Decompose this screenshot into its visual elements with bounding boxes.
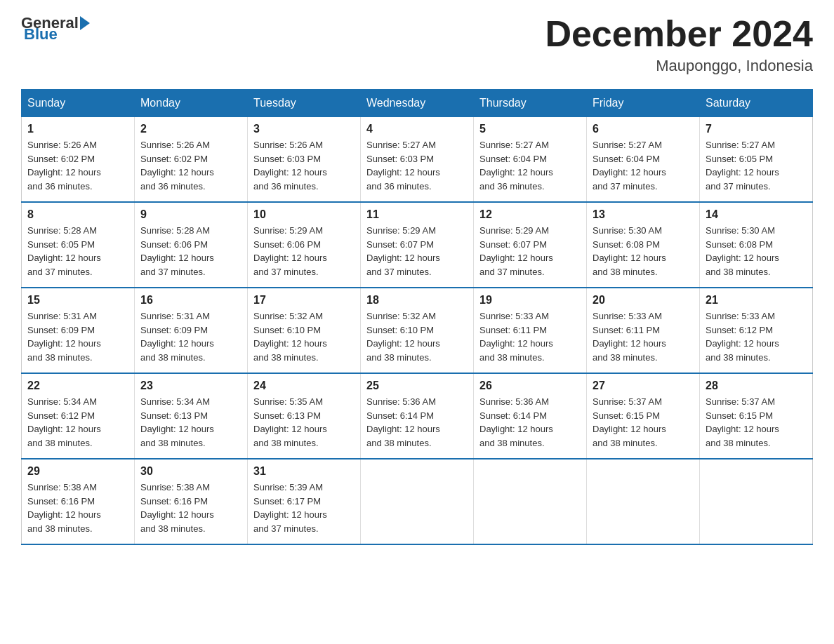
calendar-cell: 27 Sunrise: 5:37 AM Sunset: 6:15 PM Dayl… [587,373,700,459]
calendar-cell: 13 Sunrise: 5:30 AM Sunset: 6:08 PM Dayl… [587,202,700,288]
page-header: General Blue December 2024 Mauponggo, In… [21,14,813,75]
day-number: 2 [140,123,241,135]
day-info: Sunrise: 5:33 AM Sunset: 6:11 PM Dayligh… [479,309,581,364]
calendar-cell: 30 Sunrise: 5:38 AM Sunset: 6:16 PM Dayl… [135,459,248,544]
calendar-cell [700,459,813,544]
day-info: Sunrise: 5:30 AM Sunset: 6:08 PM Dayligh… [706,224,807,279]
calendar-cell: 29 Sunrise: 5:38 AM Sunset: 6:16 PM Dayl… [22,459,135,544]
day-info: Sunrise: 5:28 AM Sunset: 6:05 PM Dayligh… [27,224,128,279]
day-info: Sunrise: 5:37 AM Sunset: 6:15 PM Dayligh… [706,395,807,450]
day-number: 24 [253,380,355,392]
day-number: 4 [366,123,468,135]
calendar-cell: 6 Sunrise: 5:27 AM Sunset: 6:04 PM Dayli… [587,117,700,203]
day-info: Sunrise: 5:32 AM Sunset: 6:10 PM Dayligh… [366,309,468,364]
calendar-cell: 17 Sunrise: 5:32 AM Sunset: 6:10 PM Dayl… [248,288,361,373]
calendar-cell: 3 Sunrise: 5:26 AM Sunset: 6:03 PM Dayli… [248,117,361,203]
day-number: 1 [27,123,128,135]
calendar-week-row: 15 Sunrise: 5:31 AM Sunset: 6:09 PM Dayl… [22,288,813,373]
calendar-week-row: 29 Sunrise: 5:38 AM Sunset: 6:16 PM Dayl… [22,459,813,544]
day-number: 13 [593,208,694,221]
calendar-week-row: 22 Sunrise: 5:34 AM Sunset: 6:12 PM Dayl… [22,373,813,459]
title-section: December 2024 Mauponggo, Indonesia [545,14,813,75]
calendar-cell: 9 Sunrise: 5:28 AM Sunset: 6:06 PM Dayli… [135,202,248,288]
day-info: Sunrise: 5:33 AM Sunset: 6:11 PM Dayligh… [593,309,694,364]
day-info: Sunrise: 5:36 AM Sunset: 6:14 PM Dayligh… [479,395,581,450]
day-number: 3 [253,123,355,135]
header-friday: Friday [587,90,700,117]
day-number: 27 [593,380,694,392]
header-sunday: Sunday [22,90,135,117]
day-info: Sunrise: 5:34 AM Sunset: 6:12 PM Dayligh… [27,395,128,450]
day-number: 14 [706,208,807,221]
day-info: Sunrise: 5:29 AM Sunset: 6:07 PM Dayligh… [479,224,581,279]
day-info: Sunrise: 5:34 AM Sunset: 6:13 PM Dayligh… [140,395,241,450]
day-info: Sunrise: 5:39 AM Sunset: 6:17 PM Dayligh… [253,481,355,535]
header-tuesday: Tuesday [248,90,361,117]
calendar-cell: 11 Sunrise: 5:29 AM Sunset: 6:07 PM Dayl… [361,202,474,288]
day-info: Sunrise: 5:38 AM Sunset: 6:16 PM Dayligh… [27,481,128,535]
day-number: 19 [479,294,581,307]
calendar-cell [361,459,474,544]
day-number: 20 [593,294,694,307]
calendar-cell: 22 Sunrise: 5:34 AM Sunset: 6:12 PM Dayl… [22,373,135,459]
calendar-cell: 28 Sunrise: 5:37 AM Sunset: 6:15 PM Dayl… [700,373,813,459]
day-number: 12 [479,208,581,221]
day-info: Sunrise: 5:26 AM Sunset: 6:03 PM Dayligh… [253,138,355,193]
day-number: 15 [27,294,128,307]
calendar-week-row: 8 Sunrise: 5:28 AM Sunset: 6:05 PM Dayli… [22,202,813,288]
day-number: 8 [27,208,128,221]
location-label: Mauponggo, Indonesia [545,57,813,75]
calendar-cell: 21 Sunrise: 5:33 AM Sunset: 6:12 PM Dayl… [700,288,813,373]
day-info: Sunrise: 5:37 AM Sunset: 6:15 PM Dayligh… [593,395,694,450]
calendar-cell: 7 Sunrise: 5:27 AM Sunset: 6:05 PM Dayli… [700,117,813,203]
logo-blue-text: Blue [24,25,58,43]
day-info: Sunrise: 5:35 AM Sunset: 6:13 PM Dayligh… [253,395,355,450]
calendar-cell [474,459,587,544]
calendar-table: SundayMondayTuesdayWednesdayThursdayFrid… [21,89,813,545]
month-title: December 2024 [545,14,813,54]
day-number: 29 [27,465,128,478]
day-number: 7 [706,123,807,135]
day-info: Sunrise: 5:29 AM Sunset: 6:07 PM Dayligh… [366,224,468,279]
header-saturday: Saturday [700,90,813,117]
day-number: 25 [366,380,468,392]
header-monday: Monday [135,90,248,117]
day-info: Sunrise: 5:27 AM Sunset: 6:05 PM Dayligh… [706,138,807,193]
day-number: 9 [140,208,241,221]
day-number: 28 [706,380,807,392]
day-info: Sunrise: 5:29 AM Sunset: 6:06 PM Dayligh… [253,224,355,279]
day-number: 31 [253,465,355,478]
day-info: Sunrise: 5:31 AM Sunset: 6:09 PM Dayligh… [140,309,241,364]
day-number: 18 [366,294,468,307]
calendar-cell: 25 Sunrise: 5:36 AM Sunset: 6:14 PM Dayl… [361,373,474,459]
calendar-header-row: SundayMondayTuesdayWednesdayThursdayFrid… [22,90,813,117]
calendar-cell: 24 Sunrise: 5:35 AM Sunset: 6:13 PM Dayl… [248,373,361,459]
day-info: Sunrise: 5:33 AM Sunset: 6:12 PM Dayligh… [706,309,807,364]
calendar-week-row: 1 Sunrise: 5:26 AM Sunset: 6:02 PM Dayli… [22,117,813,203]
calendar-cell: 5 Sunrise: 5:27 AM Sunset: 6:04 PM Dayli… [474,117,587,203]
day-info: Sunrise: 5:27 AM Sunset: 6:04 PM Dayligh… [593,138,694,193]
day-info: Sunrise: 5:36 AM Sunset: 6:14 PM Dayligh… [366,395,468,450]
calendar-cell: 20 Sunrise: 5:33 AM Sunset: 6:11 PM Dayl… [587,288,700,373]
day-info: Sunrise: 5:31 AM Sunset: 6:09 PM Dayligh… [27,309,128,364]
calendar-cell: 4 Sunrise: 5:27 AM Sunset: 6:03 PM Dayli… [361,117,474,203]
day-info: Sunrise: 5:26 AM Sunset: 6:02 PM Dayligh… [27,138,128,193]
day-info: Sunrise: 5:27 AM Sunset: 6:03 PM Dayligh… [366,138,468,193]
logo: General Blue [21,14,91,43]
day-info: Sunrise: 5:27 AM Sunset: 6:04 PM Dayligh… [479,138,581,193]
day-number: 23 [140,380,241,392]
calendar-cell: 26 Sunrise: 5:36 AM Sunset: 6:14 PM Dayl… [474,373,587,459]
day-number: 26 [479,380,581,392]
calendar-cell: 12 Sunrise: 5:29 AM Sunset: 6:07 PM Dayl… [474,202,587,288]
day-number: 16 [140,294,241,307]
calendar-cell: 2 Sunrise: 5:26 AM Sunset: 6:02 PM Dayli… [135,117,248,203]
calendar-cell: 1 Sunrise: 5:26 AM Sunset: 6:02 PM Dayli… [22,117,135,203]
day-number: 30 [140,465,241,478]
day-info: Sunrise: 5:30 AM Sunset: 6:08 PM Dayligh… [593,224,694,279]
calendar-cell [587,459,700,544]
day-number: 11 [366,208,468,221]
day-info: Sunrise: 5:38 AM Sunset: 6:16 PM Dayligh… [140,481,241,535]
calendar-cell: 15 Sunrise: 5:31 AM Sunset: 6:09 PM Dayl… [22,288,135,373]
calendar-cell: 16 Sunrise: 5:31 AM Sunset: 6:09 PM Dayl… [135,288,248,373]
calendar-cell: 23 Sunrise: 5:34 AM Sunset: 6:13 PM Dayl… [135,373,248,459]
